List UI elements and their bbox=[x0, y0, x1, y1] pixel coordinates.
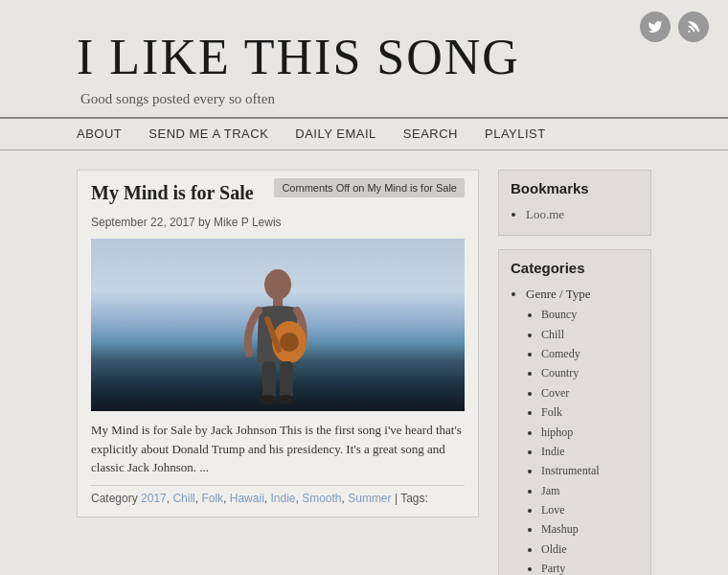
post-card: Comments Off on My Mind is for Sale My M… bbox=[77, 170, 479, 518]
subcat-indie[interactable]: Indie bbox=[541, 442, 639, 461]
svg-rect-8 bbox=[280, 361, 293, 400]
subcat-folk[interactable]: Folk bbox=[541, 402, 639, 422]
category-genre-label[interactable]: Genre / Type bbox=[526, 287, 590, 301]
subcat-chill[interactable]: Chill bbox=[541, 325, 639, 344]
subcategory-list: Bouncy Chill Comedy Country Cover Folk h… bbox=[526, 305, 639, 575]
category-genre-type: Genre / Type Bouncy Chill Comedy Country… bbox=[526, 284, 639, 575]
subcat-country[interactable]: Country bbox=[541, 363, 639, 382]
subcat-cover[interactable]: Cover bbox=[541, 383, 639, 402]
bookmarks-list: Loo.me bbox=[511, 204, 639, 225]
nav-list: ABOUT SEND ME A TRACK DAILY EMAIL SEARCH… bbox=[77, 126, 651, 142]
post-meta: September 22, 2017 by Mike P Lewis bbox=[91, 212, 465, 229]
svg-rect-7 bbox=[262, 361, 276, 400]
nav-item-about[interactable]: ABOUT bbox=[77, 126, 122, 142]
svg-point-9 bbox=[260, 395, 277, 404]
content-area: Comments Off on My Mind is for Sale My M… bbox=[77, 170, 479, 575]
subcat-bouncy[interactable]: Bouncy bbox=[541, 305, 639, 324]
subcat-mashup[interactable]: Mashup bbox=[541, 519, 639, 539]
site-tagline: Good songs posted every so often bbox=[80, 91, 651, 107]
nav-item-playlist[interactable]: PLAYLIST bbox=[485, 126, 546, 142]
subcat-hiphop[interactable]: hiphop bbox=[541, 423, 639, 442]
tag-indie[interactable]: Indie bbox=[270, 492, 295, 505]
subcat-party[interactable]: Party bbox=[541, 559, 639, 575]
bookmarks-title: Bookmarks bbox=[511, 180, 639, 196]
main-nav: ABOUT SEND ME A TRACK DAILY EMAIL SEARCH… bbox=[0, 117, 728, 150]
bookmark-loo[interactable]: Loo.me bbox=[526, 204, 639, 225]
sidebar: Bookmarks Loo.me Categories Genre / Type… bbox=[498, 170, 651, 575]
tags-label: Category bbox=[91, 492, 138, 505]
subcat-jam[interactable]: Jam bbox=[541, 481, 639, 500]
nav-item-send[interactable]: SEND ME A TRACK bbox=[148, 126, 268, 142]
nav-item-search[interactable]: SEARCH bbox=[403, 126, 458, 142]
subcat-love[interactable]: Love bbox=[541, 500, 639, 519]
site-header: I LIKE THIS SONG Good songs posted every… bbox=[0, 0, 728, 117]
tag-chill[interactable]: Chill bbox=[172, 492, 194, 505]
subcat-instrumental[interactable]: Instrumental bbox=[541, 461, 639, 480]
site-title: I LIKE THIS SONG bbox=[77, 29, 651, 85]
post-excerpt: My Mind is for Sale by Jack Johnson This… bbox=[91, 421, 465, 477]
categories-title: Categories bbox=[511, 260, 639, 276]
main-layout: Comments Off on My Mind is for Sale My M… bbox=[0, 150, 728, 575]
tag-hawaii[interactable]: Hawaii bbox=[230, 492, 264, 505]
tag-summer[interactable]: Summer bbox=[348, 492, 391, 505]
post-image bbox=[91, 239, 465, 411]
nav-item-email[interactable]: DAILY EMAIL bbox=[295, 126, 376, 142]
bookmarks-section: Bookmarks Loo.me bbox=[498, 170, 651, 236]
tag-folk[interactable]: Folk bbox=[201, 492, 223, 505]
post-comments-badge: Comments Off on My Mind is for Sale bbox=[274, 178, 465, 197]
tag-2017[interactable]: 2017 bbox=[141, 492, 167, 505]
subcat-oldie[interactable]: Oldie bbox=[541, 540, 639, 559]
post-tags-line: Category 2017, Chill, Folk, Hawaii, Indi… bbox=[91, 485, 465, 505]
svg-point-2 bbox=[264, 269, 291, 300]
tag-smooth[interactable]: Smooth bbox=[302, 492, 341, 505]
subcat-comedy[interactable]: Comedy bbox=[541, 344, 639, 363]
categories-list: Genre / Type Bouncy Chill Comedy Country… bbox=[511, 284, 639, 575]
categories-section: Categories Genre / Type Bouncy Chill Com… bbox=[498, 249, 651, 575]
tags-suffix: | Tags: bbox=[395, 492, 428, 505]
svg-point-10 bbox=[277, 395, 294, 404]
svg-point-5 bbox=[280, 333, 299, 352]
